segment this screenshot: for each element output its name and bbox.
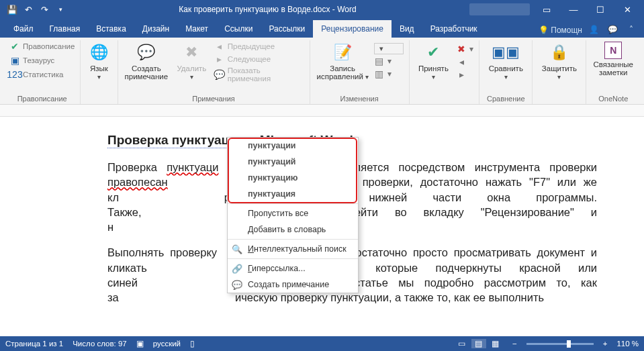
share-icon[interactable]: 👤 [588, 24, 600, 35]
accept-icon: ✔ [422, 42, 444, 63]
prev-change-icon: ◂ [456, 56, 467, 67]
view-switcher: ▭ ▤ ▦ [455, 339, 503, 348]
pane-icon: ▥ [374, 68, 385, 79]
new-comment-item[interactable]: 💬Создать примечание [228, 277, 358, 293]
reject-button[interactable]: ✖▾ [456, 43, 473, 55]
tab-developer[interactable]: Разработчик [422, 20, 486, 38]
language-button[interactable]: 🌐 Язык ▾ [86, 40, 111, 82]
print-layout-icon[interactable]: ▤ [471, 339, 486, 348]
show-markup-button[interactable]: ▤▾ [374, 55, 404, 67]
tab-file[interactable]: Файл [5, 20, 42, 38]
reviewing-pane-button[interactable]: ▥▾ [374, 68, 404, 80]
group-changes: ✔ Принять ▾ ✖▾ ◂ ▸ [410, 40, 480, 104]
document-area[interactable]: Проверка пунктуации в Microsoft Word Про… [0, 105, 644, 351]
zoom-in-icon[interactable]: + [603, 340, 608, 348]
read-mode-icon[interactable]: ▭ [455, 339, 469, 348]
ignore-all-item[interactable]: Пропустить все [228, 205, 358, 221]
group-label-proofing: Правописание [9, 93, 75, 104]
comments-pane-icon[interactable]: 💬 [606, 24, 618, 35]
linked-notes-button[interactable]: N Связанные заметки [592, 40, 635, 78]
spellcheck-context-menu: пунктуации пунктуаций пунктуацию пунктуа… [227, 137, 359, 293]
show-comments-icon: 💬 [214, 69, 225, 80]
add-to-dictionary-item[interactable]: Добавить в словарь [228, 221, 358, 238]
window-title: Как проверить пунктуацию в Ворде.docx - … [66, 5, 469, 14]
maximize-icon[interactable]: ☐ [590, 5, 610, 15]
group-tracking: 📝 Запись исправлений ▾ ▾ ▤▾ ▥▾ Изменения [310, 40, 410, 104]
delete-comment-button[interactable]: ✖ Удалить ▾ [173, 40, 210, 82]
show-comments-button[interactable]: 💬Показать примечания [214, 66, 304, 83]
smart-lookup-item[interactable]: 🔍Интеллектуальный поиск [228, 241, 358, 257]
tab-layout[interactable]: Макет [177, 20, 216, 38]
next-icon: ▸ [214, 54, 225, 64]
group-label-tracking: Изменения [316, 93, 404, 104]
next-change-button[interactable]: ▸ [456, 68, 473, 81]
lock-icon: 🔒 [549, 42, 570, 63]
zoom-out-icon[interactable]: − [512, 340, 517, 348]
ribbon-options-icon[interactable]: ▭ [537, 5, 557, 15]
suggestion-item[interactable]: пунктуации [228, 138, 358, 154]
prev-icon: ◂ [214, 41, 225, 52]
tab-review[interactable]: Рецензирование [313, 20, 392, 38]
group-label-compare: Сравнение [485, 93, 526, 104]
tell-me-label: Помощн [551, 26, 582, 35]
tab-design[interactable]: Дизайн [134, 20, 177, 38]
display-dropdown[interactable]: ▾ [374, 43, 404, 54]
protect-button[interactable]: 🔒 Защитить ▾ [538, 40, 580, 82]
zoom-slider[interactable] [526, 343, 594, 345]
track-changes-button[interactable]: 📝 Запись исправлений ▾ [316, 40, 370, 82]
globe-icon: 🌐 [88, 42, 109, 63]
lightbulb-icon: 💡 [539, 26, 548, 35]
status-page[interactable]: Страница 1 из 1 [5, 340, 63, 348]
tab-references[interactable]: Ссылки [216, 20, 261, 38]
group-label-onenote: OneNote [592, 93, 635, 104]
web-layout-icon[interactable]: ▦ [488, 339, 503, 348]
tab-home[interactable]: Главная [42, 20, 89, 38]
compare-button[interactable]: ▣▣ Сравнить ▾ [485, 40, 526, 82]
group-compare: ▣▣ Сравнить ▾ Сравнение [479, 40, 533, 104]
spelling-button[interactable]: ✔Правописание [9, 40, 75, 52]
account-badge[interactable] [469, 3, 530, 15]
accept-button[interactable]: ✔ Принять ▾ [415, 40, 453, 82]
close-icon[interactable]: ✕ [617, 5, 637, 15]
next-comment-button[interactable]: ▸Следующее [214, 53, 304, 65]
suggestion-item[interactable]: пунктуаций [228, 154, 358, 170]
thesaurus-button[interactable]: ▣Тезаурус [9, 54, 75, 66]
minimize-icon[interactable]: — [563, 5, 584, 15]
prev-comment-button[interactable]: ◂Предыдущее [214, 40, 304, 52]
tab-insert[interactable]: Вставка [88, 20, 134, 38]
stats-icon: 123 [9, 69, 20, 80]
title-bar: 💾 ↶ ↷ ▾ Как проверить пунктуацию в Ворде… [0, 0, 644, 19]
hyperlink-item[interactable]: 🔗Гиперссылка... [228, 260, 358, 277]
tab-view[interactable]: Вид [392, 20, 422, 38]
tab-mailings[interactable]: Рассылки [261, 20, 313, 38]
ruler[interactable] [0, 105, 644, 117]
abc-check-icon: ✔ [9, 41, 20, 52]
zoom-value[interactable]: 110 % [616, 340, 639, 348]
prev-change-button[interactable]: ◂ [456, 56, 473, 68]
next-change-icon: ▸ [456, 69, 467, 80]
group-language: 🌐 Язык ▾ [81, 40, 118, 104]
suggestion-item[interactable]: пунктуация [228, 186, 358, 202]
ribbon-tabs: Файл Главная Вставка Дизайн Макет Ссылки… [0, 19, 644, 38]
proofing-status-icon[interactable]: ▣ [136, 339, 144, 348]
save-icon[interactable]: 💾 [7, 4, 17, 15]
redo-icon[interactable]: ↷ [39, 4, 50, 15]
undo-icon[interactable]: ↶ [23, 4, 34, 15]
status-language[interactable]: русский [153, 340, 181, 348]
group-comments: 💬 Создать примечание ✖ Удалить ▾ ◂Предыд… [118, 40, 310, 104]
tell-me[interactable]: 💡 Помощн [539, 26, 588, 35]
status-word-count[interactable]: Число слов: 97 [73, 340, 127, 348]
new-comment-button[interactable]: 💬 Создать примечание [124, 40, 170, 82]
collapse-ribbon-icon[interactable]: ˄ [625, 24, 637, 35]
ribbon: ✔Правописание ▣Тезаурус 123Статистика Пр… [0, 38, 644, 105]
compare-icon: ▣▣ [495, 42, 516, 63]
macro-record-icon[interactable]: ▯ [190, 339, 195, 348]
suggestion-item[interactable]: пунктуацию [228, 170, 358, 186]
comment-icon: 💬 [232, 280, 242, 290]
track-changes-icon: 📝 [332, 42, 353, 63]
group-proofing: ✔Правописание ▣Тезаурус 123Статистика Пр… [4, 40, 81, 104]
word-count-button[interactable]: 123Статистика [9, 68, 75, 81]
search-icon: 🔍 [232, 244, 242, 254]
qat-dropdown-icon[interactable]: ▾ [55, 4, 66, 15]
markup-icon: ▤ [374, 56, 385, 66]
